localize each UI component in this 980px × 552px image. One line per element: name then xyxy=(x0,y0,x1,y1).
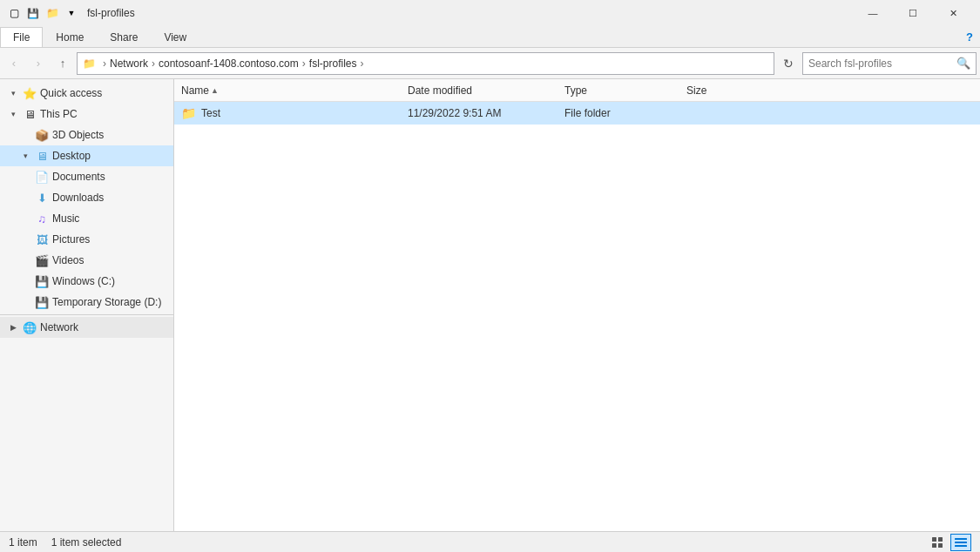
pictures-icon: 🖼 xyxy=(35,232,49,246)
svg-rect-3 xyxy=(938,543,943,548)
drive-d-icon: 💾 xyxy=(35,295,49,309)
sidebar-item-downloads[interactable]: ⬇ Downloads xyxy=(0,187,173,208)
sidebar-item-temp-d[interactable]: 💾 Temporary Storage (D:) xyxy=(0,292,173,313)
chevron-placeholder-downloads xyxy=(19,192,31,204)
desktop-icon: 🖥 xyxy=(35,149,49,163)
chevron-placeholder-c xyxy=(19,275,31,287)
drive-c-icon: 💾 xyxy=(35,274,49,288)
large-icons-button[interactable] xyxy=(928,534,949,551)
tab-view[interactable]: View xyxy=(151,27,199,47)
sidebar-label-downloads: Downloads xyxy=(52,192,104,204)
maximize-button[interactable]: ☐ xyxy=(893,0,933,26)
star-icon: ⭐ xyxy=(23,86,37,100)
window-title: fsl-profiles xyxy=(84,7,848,19)
blank-icon: ▢ xyxy=(7,6,21,20)
pc-icon: 🖥 xyxy=(23,107,37,121)
sidebar-label-quick-access: Quick access xyxy=(40,87,102,99)
address-bar: ‹ › ↑ 📁 › Network › contosoanf-1408.cont… xyxy=(0,48,980,79)
tab-file[interactable]: File xyxy=(0,27,43,47)
col-name[interactable]: Name ▲ xyxy=(181,84,408,97)
help-button[interactable]: ? xyxy=(959,26,980,47)
col-size-label: Size xyxy=(686,84,706,97)
sidebar-item-desktop[interactable]: ▾ 🖥 Desktop xyxy=(0,145,173,166)
col-type-label: Type xyxy=(564,84,587,97)
refresh-button[interactable]: ↻ xyxy=(778,52,799,75)
title-bar: ▢ 💾 📁 ▼ fsl-profiles — ☐ ✕ xyxy=(0,0,980,26)
col-size[interactable]: Size xyxy=(686,84,774,97)
svg-rect-6 xyxy=(955,545,967,547)
sidebar-item-network[interactable]: ▶ 🌐 Network xyxy=(0,317,173,338)
chevron-placeholder xyxy=(19,129,31,141)
address-path[interactable]: 📁 › Network › contosoanf-1408.contoso.co… xyxy=(77,52,774,75)
sidebar-label-this-pc: This PC xyxy=(40,108,78,120)
chevron-placeholder-pictures xyxy=(19,233,31,246)
sidebar-label-videos: Videos xyxy=(52,254,84,266)
tab-home[interactable]: Home xyxy=(43,27,97,47)
chevron-down-icon: ▾ xyxy=(7,87,19,99)
sidebar-label-documents: Documents xyxy=(52,171,105,183)
path-sep-3: › xyxy=(360,57,363,70)
ribbon-tabs: File Home Share View ? xyxy=(0,26,980,47)
dropdown-arrow[interactable]: ▼ xyxy=(64,6,78,20)
sidebar-label-music: Music xyxy=(52,212,79,225)
downloads-icon: ⬇ xyxy=(35,191,49,205)
col-type[interactable]: Type xyxy=(564,84,686,97)
folder-icon: 📁 xyxy=(45,6,59,20)
sidebar-item-windows-c[interactable]: 💾 Windows (C:) xyxy=(0,271,173,292)
col-modified[interactable]: Date modified xyxy=(408,84,564,97)
network-icon: 🌐 xyxy=(23,320,37,334)
sidebar-item-documents[interactable]: 📄 Documents xyxy=(0,166,173,187)
sidebar-label-network: Network xyxy=(40,321,78,333)
path-sep-1: › xyxy=(152,57,155,70)
search-input[interactable] xyxy=(808,57,956,70)
file-type-cell: File folder xyxy=(564,107,686,119)
sidebar-item-music[interactable]: ♫ Music xyxy=(0,208,173,229)
path-folder-icon: 📁 xyxy=(83,57,96,70)
sidebar: ▾ ⭐ Quick access ▾ 🖥 This PC 📦 3D Object… xyxy=(0,79,174,531)
tab-share[interactable]: Share xyxy=(97,27,151,47)
close-button[interactable]: ✕ xyxy=(933,0,973,26)
window-controls: — ☐ ✕ xyxy=(853,0,973,26)
path-sep-2: › xyxy=(302,57,306,70)
file-name-cell: 📁 Test xyxy=(181,106,408,120)
file-list: 📁 Test 11/29/2022 9:51 AM File folder xyxy=(174,102,980,531)
ribbon: File Home Share View ? xyxy=(0,26,980,48)
minimize-button[interactable]: — xyxy=(853,0,893,26)
column-header: Name ▲ Date modified Type Size xyxy=(174,79,980,102)
up-button[interactable]: ↑ xyxy=(52,52,73,75)
svg-rect-4 xyxy=(955,538,967,540)
music-icon: ♫ xyxy=(35,212,49,226)
search-icon: 🔍 xyxy=(956,57,970,70)
svg-rect-5 xyxy=(955,542,967,543)
documents-icon: 📄 xyxy=(35,170,49,184)
title-bar-system-icons: ▢ 💾 📁 ▼ xyxy=(7,6,78,20)
forward-button[interactable]: › xyxy=(28,52,49,75)
back-button[interactable]: ‹ xyxy=(3,52,24,75)
sidebar-item-this-pc[interactable]: ▾ 🖥 This PC xyxy=(0,104,173,125)
3d-objects-icon: 📦 xyxy=(35,128,49,142)
sidebar-divider xyxy=(0,314,173,315)
sidebar-label-3d-objects: 3D Objects xyxy=(52,129,104,141)
table-row[interactable]: 📁 Test 11/29/2022 9:51 AM File folder xyxy=(174,102,980,125)
sort-asc-icon: ▲ xyxy=(211,86,219,95)
sidebar-item-quick-access[interactable]: ▾ ⭐ Quick access xyxy=(0,83,173,104)
svg-rect-2 xyxy=(932,543,936,548)
path-network: Network xyxy=(110,57,148,70)
sidebar-item-pictures[interactable]: 🖼 Pictures xyxy=(0,229,173,250)
sidebar-label-pictures: Pictures xyxy=(52,233,90,246)
save-icon: 💾 xyxy=(26,6,40,20)
item-count: 1 item xyxy=(9,536,37,549)
chevron-down-desktop: ▾ xyxy=(19,150,31,162)
chevron-down-icon-pc: ▾ xyxy=(7,108,19,120)
sidebar-item-3d-objects[interactable]: 📦 3D Objects xyxy=(0,125,173,145)
details-view-button[interactable] xyxy=(950,534,971,551)
svg-rect-1 xyxy=(938,537,943,542)
svg-rect-0 xyxy=(932,537,936,542)
videos-icon: 🎬 xyxy=(35,253,49,267)
path-server: contosoanf-1408.contoso.com xyxy=(159,57,299,70)
search-box[interactable]: 🔍 xyxy=(802,52,977,75)
chevron-placeholder-videos xyxy=(19,254,31,266)
sidebar-item-videos[interactable]: 🎬 Videos xyxy=(0,250,173,271)
file-name: Test xyxy=(201,107,220,119)
path-sep-0: › xyxy=(103,57,106,70)
